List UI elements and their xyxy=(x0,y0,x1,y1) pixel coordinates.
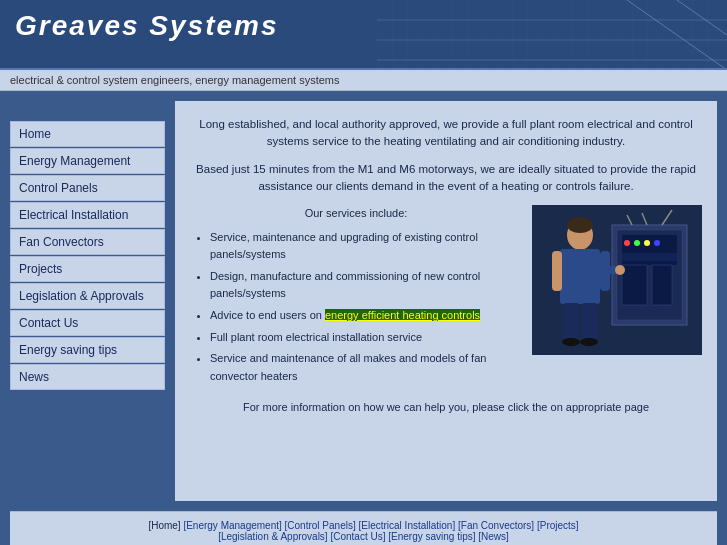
sidebar-item-electrical-installation[interactable]: Electrical Installation xyxy=(10,202,165,228)
services-list: Our services include: Service, maintenan… xyxy=(190,205,522,389)
intro-paragraph-1: Long established, and local authority ap… xyxy=(190,116,702,151)
sidebar-item-news[interactable]: News xyxy=(10,364,165,390)
footer-link-contact-us[interactable]: [Contact Us] xyxy=(330,531,385,542)
engineer-photo xyxy=(532,205,702,355)
services-section: Our services include: Service, maintenan… xyxy=(190,205,702,389)
header: Greaves Systems xyxy=(0,0,727,70)
sidebar-item-projects[interactable]: Projects xyxy=(10,256,165,282)
footer-link-energy-saving-tips[interactable]: [Energy saving tips] xyxy=(388,531,475,542)
services-header: Our services include: xyxy=(190,205,522,223)
footer-link-projects[interactable]: [Projects] xyxy=(537,520,579,531)
svg-rect-27 xyxy=(564,303,579,343)
footer-links-row2: [Legislation & Approvals] [Contact Us] [… xyxy=(18,531,709,542)
footer-link-energy-management[interactable]: [Energy Management] xyxy=(183,520,281,531)
svg-point-30 xyxy=(580,338,598,346)
sidebar: HomeEnergy ManagementControl PanelsElect… xyxy=(10,101,165,501)
sidebar-item-legislation[interactable]: Legislation & Approvals xyxy=(10,283,165,309)
svg-point-26 xyxy=(615,265,625,275)
sidebar-item-home[interactable]: Home xyxy=(10,121,165,147)
footer-link-legislation[interactable]: [Legislation & Approvals] xyxy=(218,531,328,542)
energy-efficient-link[interactable]: energy efficient heating controls xyxy=(325,309,480,321)
footer-link-electrical-installation[interactable]: [Electrical Installation] xyxy=(359,520,456,531)
svg-point-12 xyxy=(644,240,650,246)
footer-link-home[interactable]: [Home] xyxy=(148,520,180,531)
svg-rect-14 xyxy=(622,253,677,261)
header-grid-decoration xyxy=(377,0,727,70)
svg-point-29 xyxy=(562,338,580,346)
sidebar-item-control-panels[interactable]: Control Panels xyxy=(10,175,165,201)
engineer-illustration xyxy=(532,205,702,355)
service-item-2: Advice to end users on energy efficient … xyxy=(210,307,522,325)
svg-rect-28 xyxy=(582,303,597,343)
site-title: Greaves Systems xyxy=(15,10,279,41)
more-info-text: For more information on how we can help … xyxy=(190,401,702,413)
footer-links-row1: [Home] [Energy Management] [Control Pane… xyxy=(18,520,709,531)
svg-rect-23 xyxy=(552,251,562,291)
svg-rect-15 xyxy=(622,265,647,305)
svg-rect-0 xyxy=(377,0,727,70)
main-layout: HomeEnergy ManagementControl PanelsElect… xyxy=(0,91,727,511)
footer-link-control-panels[interactable]: [Control Panels] xyxy=(285,520,356,531)
content-area: Long established, and local authority ap… xyxy=(175,101,717,501)
sidebar-item-contact-us[interactable]: Contact Us xyxy=(10,310,165,336)
service-item-3: Full plant room electrical installation … xyxy=(210,329,522,347)
tagline-bar: electrical & control system engineers, e… xyxy=(0,70,727,91)
services-list-items: Service, maintenance and upgrading of ex… xyxy=(190,229,522,386)
svg-point-21 xyxy=(567,217,593,233)
footer-link-news[interactable]: [News] xyxy=(478,531,509,542)
intro-paragraph-2: Based just 15 minutes from the M1 and M6… xyxy=(190,161,702,196)
tagline-text: electrical & control system engineers, e… xyxy=(10,74,340,86)
svg-point-11 xyxy=(634,240,640,246)
svg-point-13 xyxy=(654,240,660,246)
sidebar-item-fan-convectors[interactable]: Fan Convectors xyxy=(10,229,165,255)
service-item-1: Design, manufacture and commissioning of… xyxy=(210,268,522,303)
footer-link-fan-convectors[interactable]: [Fan Convectors] xyxy=(458,520,534,531)
sidebar-item-energy-management[interactable]: Energy Management xyxy=(10,148,165,174)
service-item-0: Service, maintenance and upgrading of ex… xyxy=(210,229,522,264)
engineer-photo-inner xyxy=(532,205,702,355)
svg-rect-22 xyxy=(560,249,600,304)
svg-point-10 xyxy=(624,240,630,246)
svg-rect-16 xyxy=(652,265,672,305)
footer: [Home] [Energy Management] [Control Pane… xyxy=(10,511,717,545)
sidebar-item-energy-saving-tips[interactable]: Energy saving tips xyxy=(10,337,165,363)
service-item-4: Service and maintenance of all makes and… xyxy=(210,350,522,385)
